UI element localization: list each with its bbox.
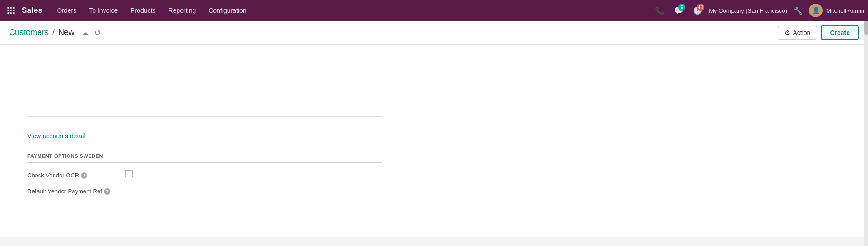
svg-rect-3 — [8, 10, 9, 11]
svg-rect-0 — [8, 7, 9, 9]
check-vendor-ocr-help[interactable]: ? — [81, 172, 87, 179]
messages-badge: 6 — [678, 4, 685, 11]
breadcrumb-separator: / — [52, 28, 55, 37]
default-vendor-payment-ref-help[interactable]: ? — [104, 188, 110, 195]
check-vendor-ocr-value — [125, 170, 382, 177]
settings-icon[interactable]: 🔧 — [791, 5, 805, 17]
user-name[interactable]: Mitchell Admin — [826, 7, 864, 14]
breadcrumb-parent[interactable]: Customers — [9, 28, 49, 37]
svg-rect-2 — [13, 7, 14, 9]
default-vendor-payment-ref-row: Default Vendor Payment Ref ? — [27, 186, 382, 197]
top-nav: Sales Orders To Invoice Products Reporti… — [0, 0, 868, 21]
breadcrumb-bar: Customers / New ☁ ↺ ⚙ Action Create — [0, 21, 868, 45]
scrollbar-thumb[interactable] — [864, 21, 868, 35]
default-vendor-payment-ref-value — [125, 186, 382, 197]
nav-to-invoice[interactable]: To Invoice — [84, 4, 123, 17]
reset-icon[interactable]: ↺ — [94, 28, 101, 38]
gear-icon: ⚙ — [784, 29, 790, 36]
action-button[interactable]: ⚙ Action — [778, 26, 817, 40]
top-nav-menu: Orders To Invoice Products Reporting Con… — [51, 4, 652, 17]
apps-icon[interactable] — [4, 3, 18, 18]
user-avatar[interactable]: 👤 — [809, 4, 823, 17]
top-input-field-2[interactable] — [27, 102, 382, 117]
svg-rect-5 — [13, 10, 14, 11]
check-vendor-ocr-label: Check Vendor OCR ? — [27, 170, 118, 179]
svg-rect-4 — [10, 10, 11, 11]
nav-configuration[interactable]: Configuration — [203, 4, 252, 17]
svg-rect-1 — [10, 7, 11, 9]
breadcrumb-current: New — [58, 28, 74, 37]
scrollbar-track — [864, 21, 868, 246]
default-vendor-payment-ref-input[interactable] — [125, 186, 382, 197]
phone-icon-btn[interactable]: 📞 — [652, 3, 667, 18]
form-inner: View accounts detail PAYMENT OPTIONS SWE… — [0, 45, 409, 218]
main-content: View accounts detail PAYMENT OPTIONS SWE… — [0, 45, 868, 246]
default-vendor-payment-ref-label: Default Vendor Payment Ref ? — [27, 186, 118, 195]
svg-rect-7 — [10, 12, 11, 14]
check-vendor-ocr-row: Check Vendor OCR ? — [27, 170, 382, 179]
payment-section-header: PAYMENT OPTIONS SWEDEN — [27, 153, 382, 163]
nav-products[interactable]: Products — [125, 4, 161, 17]
create-button[interactable]: Create — [821, 25, 859, 40]
svg-rect-8 — [13, 12, 14, 14]
form-area: View accounts detail PAYMENT OPTIONS SWE… — [0, 45, 868, 237]
app-name: Sales — [22, 6, 42, 15]
top-input-field-1[interactable] — [27, 55, 382, 70]
view-accounts-link[interactable]: View accounts detail — [27, 132, 85, 140]
top-nav-right: 📞 💬 6 🕐 41 My Company (San Francisco) 🔧 … — [652, 3, 864, 18]
check-vendor-ocr-checkbox[interactable] — [125, 170, 133, 177]
company-label[interactable]: My Company (San Francisco) — [709, 7, 787, 14]
activities-badge: 41 — [697, 4, 704, 11]
nav-orders[interactable]: Orders — [51, 4, 82, 17]
save-cloud-icon[interactable]: ☁ — [81, 28, 89, 38]
activities-icon-btn[interactable]: 🕐 41 — [690, 3, 705, 18]
breadcrumb-actions: ⚙ Action Create — [778, 25, 859, 40]
svg-rect-6 — [8, 12, 9, 14]
action-label: Action — [793, 29, 810, 36]
messages-icon-btn[interactable]: 💬 6 — [671, 3, 686, 18]
nav-reporting[interactable]: Reporting — [163, 4, 202, 17]
